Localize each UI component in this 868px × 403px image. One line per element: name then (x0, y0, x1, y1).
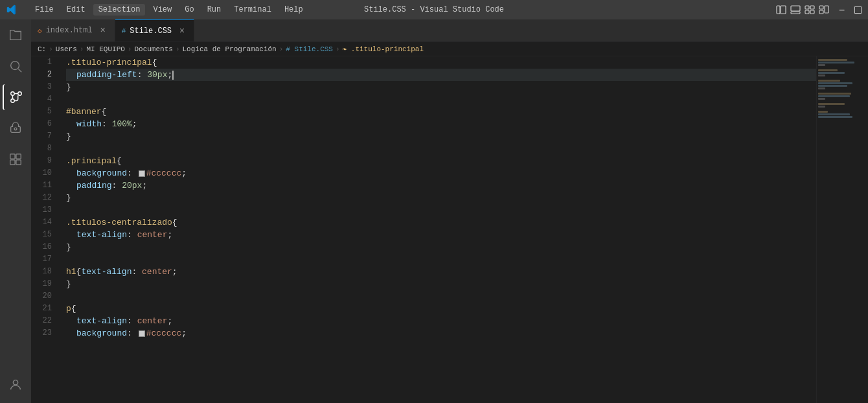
menu-terminal[interactable]: Terminal (229, 4, 277, 16)
breadcrumb-c[interactable]: C: (38, 45, 46, 53)
line-num-11: 11 (31, 179, 57, 192)
activity-account[interactable] (3, 372, 29, 398)
line-num-22: 22 (31, 315, 57, 327)
breadcrumb-documents[interactable]: Documents (134, 45, 172, 53)
main-layout: ◇ index.html × # Stile.CSS × C: › Users … (0, 19, 868, 403)
window-title: Stile.CSS - Visual Studio Code (364, 5, 504, 14)
svg-point-15 (11, 99, 15, 103)
tab-icon-css: # (122, 27, 126, 35)
minimap (816, 56, 868, 403)
svg-rect-6 (805, 10, 809, 14)
svg-rect-19 (10, 160, 15, 165)
code-line-11: padding: 20px; (66, 179, 816, 192)
menu-help[interactable]: Help (279, 4, 308, 16)
code-line-16: } (66, 241, 816, 253)
code-line-12: } (66, 192, 816, 204)
svg-rect-20 (16, 160, 21, 165)
svg-rect-9 (825, 6, 828, 13)
menu-bar: File Edit Selection View Go Run Terminal… (30, 4, 308, 16)
code-line-9: .principal{ (66, 155, 816, 167)
code-line-20 (66, 290, 816, 303)
svg-rect-4 (805, 6, 809, 9)
maximize-button[interactable] (854, 6, 862, 14)
menu-run[interactable]: Run (202, 4, 227, 16)
line-num-9: 9 (31, 155, 57, 167)
code-line-10: background: #cccccc; (66, 167, 816, 179)
line-num-4: 4 (31, 93, 57, 106)
tab-index-html[interactable]: ◇ index.html × (31, 19, 115, 41)
line-num-14: 14 (31, 216, 57, 229)
window-controls: – (776, 3, 862, 16)
line-num-13: 13 (31, 204, 57, 216)
code-line-8 (66, 143, 816, 155)
code-editor[interactable]: 1 2 3 4 5 6 7 8 9 10 11 12 13 14 15 16 1… (31, 56, 868, 403)
tab-label-css: Stile.CSS (130, 27, 172, 36)
code-line-22: text-align: center; (66, 315, 816, 327)
svg-rect-3 (791, 12, 800, 14)
breadcrumb-users[interactable]: Users (56, 45, 77, 53)
tab-close-html[interactable]: × (98, 25, 108, 36)
line-num-7: 7 (31, 130, 57, 143)
layout-grid-icon[interactable] (805, 5, 815, 15)
breadcrumb-titulo-principal[interactable]: ❧ .titulo-principal (343, 45, 424, 53)
code-line-23: background: #cccccc; (66, 327, 816, 340)
layout-custom-icon[interactable] (819, 5, 829, 15)
line-num-18: 18 (31, 266, 57, 278)
code-line-1: .titulo-principal{ (66, 56, 816, 69)
editor-area: ◇ index.html × # Stile.CSS × C: › Users … (31, 19, 868, 403)
code-line-2: padding-left: 30px; (66, 69, 816, 81)
svg-line-12 (18, 69, 21, 72)
breadcrumb-mi-equipo[interactable]: MI EQUIPO (86, 45, 124, 53)
activity-debug[interactable] (3, 115, 29, 141)
svg-point-14 (18, 92, 22, 96)
activity-search[interactable] (3, 53, 29, 79)
code-line-6: width: 100%; (66, 118, 816, 130)
code-line-13 (66, 204, 816, 216)
breadcrumb-logica[interactable]: Logica de Programación (183, 45, 277, 53)
code-line-14: .titulos-centralizado{ (66, 216, 816, 229)
line-num-16: 16 (31, 241, 57, 253)
tab-stile-css[interactable]: # Stile.CSS × (115, 19, 194, 41)
menu-go[interactable]: Go (179, 4, 199, 16)
svg-rect-2 (791, 6, 800, 11)
line-num-21: 21 (31, 303, 57, 315)
tab-bar: ◇ index.html × # Stile.CSS × (31, 19, 868, 42)
line-num-19: 19 (31, 278, 57, 290)
svg-rect-10 (819, 10, 823, 14)
menu-view[interactable]: View (148, 4, 177, 16)
code-line-15: text-align: center; (66, 229, 816, 241)
tab-close-css[interactable]: × (177, 26, 187, 36)
line-num-3: 3 (31, 81, 57, 93)
menu-edit[interactable]: Edit (62, 4, 91, 16)
breadcrumb-stile-css[interactable]: # Stile.CSS (286, 45, 333, 53)
line-num-1: 1 (31, 56, 57, 69)
svg-point-21 (13, 380, 17, 385)
breadcrumb: C: › Users › MI EQUIPO › Documents › Log… (31, 42, 868, 56)
line-num-8: 8 (31, 143, 57, 155)
code-line-7: } (66, 130, 816, 143)
menu-selection[interactable]: Selection (93, 4, 146, 16)
line-num-23: 23 (31, 327, 57, 340)
tab-label-html: index.html (46, 26, 93, 35)
activity-extensions[interactable] (3, 146, 29, 172)
activity-source-control[interactable] (3, 84, 29, 110)
code-line-18: h1{text-align: center; (66, 266, 816, 278)
activity-explorer[interactable] (3, 22, 29, 48)
svg-rect-8 (819, 6, 823, 9)
line-num-17: 17 (31, 253, 57, 266)
line-num-20: 20 (31, 290, 57, 303)
code-line-4 (66, 93, 816, 106)
line-num-15: 15 (31, 229, 57, 241)
layout-panel-icon[interactable] (790, 5, 801, 15)
line-num-10: 10 (31, 167, 57, 179)
svg-rect-7 (810, 10, 814, 14)
line-num-6: 6 (31, 118, 57, 130)
layout-sidebar-icon[interactable] (776, 5, 786, 15)
code-content[interactable]: .titulo-principal{ padding-left: 30px; }… (63, 56, 816, 403)
svg-rect-17 (10, 154, 15, 159)
code-line-3: } (66, 81, 816, 93)
menu-file[interactable]: File (30, 4, 59, 16)
code-line-17 (66, 253, 816, 266)
minimize-button[interactable]: – (836, 3, 848, 16)
activity-bar (0, 19, 31, 403)
